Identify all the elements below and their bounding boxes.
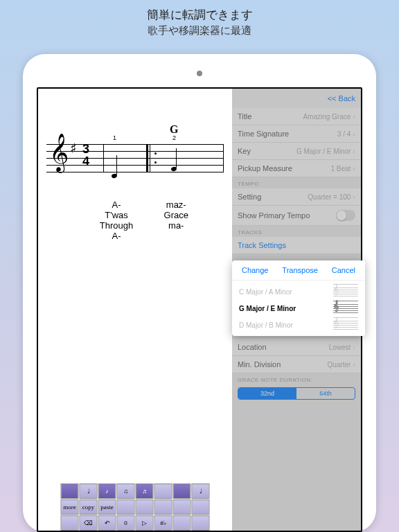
palette-btn[interactable] bbox=[173, 499, 191, 515]
seg-32nd[interactable]: 32nd bbox=[238, 388, 296, 399]
palette-btn[interactable] bbox=[61, 484, 79, 499]
back-button[interactable]: << Back bbox=[328, 94, 355, 103]
tracks-section-label: TRACKS bbox=[232, 226, 361, 237]
setting-location[interactable]: LocationLowest› bbox=[232, 339, 361, 356]
key-picker[interactable]: C Major / A Minor𝄞 G Major / E Minor𝄞 D … bbox=[232, 281, 365, 336]
palette-btn[interactable]: ♪ bbox=[98, 484, 116, 499]
promo-subtitle: 歌手や移調楽器に最適 bbox=[0, 24, 399, 37]
settings-pane: << Back TitleAmazing Grace› Time Signatu… bbox=[232, 89, 361, 531]
palette-btn[interactable] bbox=[61, 515, 79, 531]
key-popover: Change Transpose Cancel C Major / A Mino… bbox=[232, 260, 365, 336]
palette-copy[interactable]: copy bbox=[80, 499, 98, 515]
setting-timesig[interactable]: Time Signature3 / 4› bbox=[232, 125, 361, 143]
palette-btn[interactable] bbox=[173, 515, 191, 531]
cancel-button[interactable]: Cancel bbox=[332, 266, 355, 274]
palette-btn[interactable]: ♩ bbox=[80, 484, 98, 499]
tempo-section-label: TEMPO bbox=[232, 177, 361, 188]
palette-btn[interactable] bbox=[192, 499, 210, 515]
key-option[interactable]: D Major / B Minor𝄞 bbox=[232, 317, 365, 333]
seg-64th[interactable]: 64th bbox=[296, 388, 355, 399]
key-signature-sharp: ♯ bbox=[70, 140, 77, 157]
setting-mindiv[interactable]: Min. DivisionQuarter› bbox=[232, 356, 361, 373]
palette-btn[interactable]: ♬ bbox=[136, 484, 154, 499]
palette-paste[interactable]: paste bbox=[98, 499, 116, 515]
lyrics-block: A- T'was Through A- maz- Grace ma- bbox=[87, 200, 225, 241]
palette-btn[interactable] bbox=[117, 499, 135, 515]
setting-key[interactable]: KeyG Major / E Minor› bbox=[232, 143, 361, 160]
transpose-button[interactable]: Transpose bbox=[282, 266, 318, 274]
grace-segmented[interactable]: 32nd 64th bbox=[238, 387, 355, 400]
palette-btn[interactable] bbox=[154, 484, 172, 499]
setting-tempo[interactable]: SettingQuarter = 100› bbox=[232, 188, 361, 206]
grace-section-label: GRACE NOTE DURATION bbox=[232, 373, 361, 384]
treble-clef-icon: 𝄞 bbox=[49, 136, 69, 169]
palette-btn[interactable] bbox=[173, 484, 191, 499]
setting-show-primary[interactable]: Show Primary Tempo bbox=[232, 206, 361, 226]
time-signature: 34 bbox=[82, 143, 89, 168]
music-staff: 𝄞 ♯ 34 1 G 2 bbox=[46, 144, 224, 172]
repeat-barline bbox=[146, 144, 150, 172]
palette-play[interactable]: ▷ bbox=[136, 515, 154, 531]
palette-btn[interactable] bbox=[136, 499, 154, 515]
palette-zero[interactable]: 0 bbox=[117, 515, 135, 531]
palette-erase[interactable]: ⌫ bbox=[80, 515, 98, 531]
palette-btn[interactable] bbox=[154, 499, 172, 515]
ipad-frame: 𝄞 ♯ 34 1 G 2 bbox=[23, 54, 376, 532]
fingering-1: 1 bbox=[113, 134, 116, 141]
setting-pickup[interactable]: Pickup Measure1 Beat› bbox=[232, 160, 361, 177]
setting-title[interactable]: TitleAmazing Grace› bbox=[232, 108, 361, 125]
score-pane: 𝄞 ♯ 34 1 G 2 bbox=[38, 89, 232, 531]
track-settings-link[interactable]: Track Settings bbox=[232, 237, 361, 254]
palette-undo[interactable]: ↶ bbox=[98, 515, 116, 531]
palette-btn[interactable]: ♫ bbox=[117, 484, 135, 499]
palette-btn[interactable] bbox=[192, 515, 210, 531]
promo-title: 簡単に転調できます bbox=[0, 7, 399, 23]
camera-dot bbox=[197, 71, 202, 76]
note-palette: ♩ ♪ ♫ ♬ ♩ more copy paste ⌫ bbox=[61, 484, 210, 531]
change-button[interactable]: Change bbox=[242, 266, 269, 274]
key-option-selected[interactable]: G Major / E Minor𝄞 bbox=[232, 300, 365, 317]
palette-btn[interactable]: ♩ bbox=[192, 484, 210, 499]
palette-more[interactable]: more bbox=[61, 499, 79, 515]
toggle[interactable] bbox=[336, 210, 355, 221]
fingering-2: 2 bbox=[172, 134, 176, 141]
key-option[interactable]: C Major / A Minor𝄞 bbox=[232, 283, 365, 300]
palette-accidental[interactable]: #♭ bbox=[154, 515, 172, 531]
